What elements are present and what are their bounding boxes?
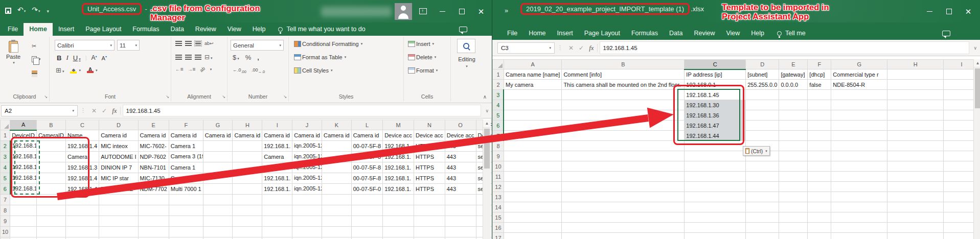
editing-search-button[interactable] (457, 39, 475, 53)
cell-G6[interactable] (203, 184, 233, 195)
cell-D9[interactable] (99, 216, 138, 227)
tab-insert[interactable]: Insert (552, 27, 579, 40)
column-header-O[interactable]: O (445, 120, 476, 130)
row-header-5[interactable]: 5 (493, 110, 504, 121)
close-button[interactable]: ✕ (471, 0, 491, 22)
cell-A4[interactable] (504, 100, 561, 110)
cell-B14[interactable] (562, 202, 685, 212)
cell-K7[interactable] (322, 195, 351, 205)
cell-F9[interactable] (169, 216, 203, 227)
cell-G4[interactable] (203, 162, 233, 173)
borders-button[interactable]: ⊞▾ (56, 66, 64, 74)
column-header-A[interactable]: A (10, 120, 37, 130)
cell-B3[interactable] (562, 90, 685, 100)
cell-F7[interactable] (169, 195, 203, 205)
cell-N9[interactable] (414, 216, 445, 227)
cell-O2[interactable]: 443 (445, 141, 476, 152)
tab-review[interactable]: Review (688, 27, 720, 40)
cell-E11[interactable] (779, 172, 808, 182)
cell-O4[interactable]: 443 (445, 162, 476, 173)
cell-K8[interactable] (322, 205, 351, 216)
row-header-3[interactable]: 3 (1, 152, 10, 162)
font-size-combo[interactable]: 11▾ (117, 40, 140, 51)
cell-D2[interactable]: 255.255.0.0 (746, 80, 779, 90)
row-header-7[interactable]: 7 (1, 195, 10, 205)
row-header-10[interactable]: 10 (1, 227, 10, 237)
cell-G10[interactable] (831, 161, 887, 172)
row-header-8[interactable]: 8 (493, 141, 504, 151)
cell-G10[interactable] (203, 227, 233, 237)
right-vertical-scrollbar[interactable]: ▲ (973, 59, 980, 239)
scroll-up-icon[interactable]: ▲ (483, 119, 491, 128)
cell-C1[interactable]: Name (66, 130, 99, 141)
cell-K11[interactable] (322, 237, 351, 239)
cell-D16[interactable] (746, 223, 779, 233)
cell-F14[interactable] (808, 202, 831, 212)
cell-C16[interactable] (685, 223, 746, 233)
cell-F10[interactable] (169, 227, 203, 237)
cell-M6[interactable]: 192.168.1. (383, 184, 414, 195)
cell-H3[interactable] (233, 152, 262, 162)
tab-formulas[interactable]: Formulas (127, 23, 165, 36)
cell-K10[interactable] (322, 227, 351, 237)
cell-E5[interactable] (779, 110, 808, 121)
orientation-icon[interactable]: ab (199, 65, 206, 73)
cell-E10[interactable] (138, 227, 169, 237)
align-left-icon[interactable] (175, 55, 182, 60)
number-dialog-launcher-icon[interactable]: ↘ (283, 94, 287, 99)
cell-B7[interactable] (562, 131, 685, 141)
cell-E6[interactable] (779, 121, 808, 131)
clipboard-dialog-launcher-icon[interactable]: ↘ (44, 94, 48, 99)
cell-A6[interactable]: 192.168.1.44 (10, 184, 37, 195)
cell-F6[interactable] (808, 121, 831, 131)
tell-me-box[interactable]: Tell me (777, 30, 806, 40)
cell-D15[interactable] (746, 212, 779, 223)
cell-C8[interactable] (685, 141, 746, 151)
editing-expand-icon[interactable]: ▾ (451, 64, 483, 68)
row-header-6[interactable]: 6 (493, 121, 504, 131)
cell-G17[interactable] (831, 233, 887, 239)
cell-N3[interactable]: HTTPS (414, 152, 445, 162)
tab-review[interactable]: Review (190, 23, 222, 36)
cell-F15[interactable] (808, 212, 831, 223)
column-header-F[interactable]: F (808, 60, 831, 69)
cell-D1[interactable]: Camera id (99, 130, 138, 141)
restore-button[interactable] (452, 0, 471, 22)
name-box[interactable]: A2▾ (1, 105, 78, 116)
cell-C14[interactable] (685, 202, 746, 212)
cell-C7[interactable]: 192.168.1.44 (685, 131, 746, 141)
cell-C10[interactable] (66, 227, 99, 237)
cell-I2[interactable]: 192.168.1. (262, 141, 292, 152)
cell-B9[interactable] (36, 216, 65, 227)
cell-H6[interactable] (887, 121, 944, 131)
cell-B5[interactable] (562, 110, 685, 121)
cell-B11[interactable] (36, 237, 65, 239)
cell-E7[interactable] (779, 131, 808, 141)
cell-F16[interactable] (808, 223, 831, 233)
row-header-2[interactable]: 2 (493, 80, 504, 90)
cell-C11[interactable] (66, 237, 99, 239)
cell-E4[interactable]: NBN-7101 (138, 162, 169, 173)
cell-L6[interactable]: 00-07-5F-0 (351, 184, 382, 195)
paste-options-button[interactable]: (Ctrl) ▾ (743, 146, 770, 156)
cell-E5[interactable]: MIC-7130- (138, 173, 169, 184)
italic-button[interactable]: I (66, 54, 68, 62)
cell-G15[interactable] (831, 212, 887, 223)
formula-input[interactable]: 192.168.1.45 (600, 41, 970, 54)
insert-cells-button[interactable]: Insert▾ (408, 41, 434, 47)
tab-help[interactable]: Help (745, 27, 770, 40)
comma-style-icon[interactable]: , (257, 54, 259, 61)
cell-D3[interactable] (746, 90, 779, 100)
cell-L11[interactable] (351, 237, 382, 239)
cell-M5[interactable]: 192.168.1. (383, 173, 414, 184)
cell-H9[interactable] (233, 216, 262, 227)
cell-D14[interactable] (746, 202, 779, 212)
cell-B9[interactable] (562, 151, 685, 161)
conditional-formatting-button[interactable]: Conditional Formatting▾ (294, 41, 362, 47)
cell-D3[interactable]: AUTODOME I (99, 152, 138, 162)
qat-overflow-icon[interactable]: » (505, 7, 508, 14)
cell-E6[interactable]: NDM-7702 (138, 184, 169, 195)
cell-G13[interactable] (831, 192, 887, 202)
cell-K9[interactable] (322, 216, 351, 227)
cell-E4[interactable] (779, 100, 808, 110)
